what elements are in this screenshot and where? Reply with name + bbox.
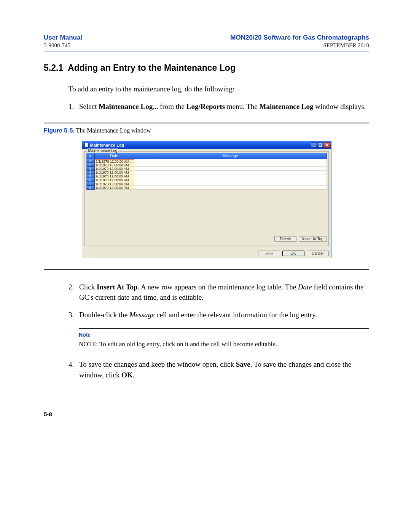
svg-rect-1: [319, 144, 322, 146]
row-index-cell: 1: [86, 159, 95, 163]
maintenance-log-groupbox: Maintenance Log Date Message 11/1/1970 1…: [84, 151, 329, 246]
row-index-cell: 5: [86, 174, 95, 178]
grid-header-date[interactable]: Date: [95, 153, 134, 159]
step-3-text-c: cell and enter the relevant information …: [155, 311, 317, 319]
row-date-cell[interactable]: 1/1/1970 12:00:00 AM: [95, 159, 134, 163]
groupbox-legend: Maintenance Log: [87, 149, 119, 153]
step-3-italic-b: Message: [129, 311, 155, 319]
table-row[interactable]: 81/1/1970 12:00:00 AM: [86, 186, 327, 190]
cancel-button[interactable]: Cancel: [307, 251, 329, 256]
section-number: 5.2.1: [44, 63, 63, 73]
table-row[interactable]: 31/1/1970 12:00:00 AM: [86, 167, 327, 171]
row-message-cell[interactable]: [134, 159, 327, 163]
header-left-sub: 3-9000-745: [44, 42, 82, 50]
step-4: 4. To save the changes and keep the wind…: [68, 359, 369, 380]
app-icon: [84, 143, 89, 147]
row-date-cell[interactable]: 1/1/1970 12:00:00 AM: [95, 171, 134, 174]
svg-marker-4: [89, 155, 91, 157]
step-2: 2. Click Insert At Top. A new row appear…: [68, 282, 369, 303]
step-4-number: 4.: [68, 359, 79, 380]
table-row[interactable]: 41/1/1970 12:00:00 AM: [86, 171, 327, 174]
step-1: 1. Select Maintenance Log... from the Lo…: [68, 101, 369, 112]
figure-caption: Figure 5-5. The Maintenance Log window: [44, 127, 369, 134]
page-header: User Manual 3-9000-745 MON20/20 Software…: [44, 34, 369, 50]
figure-bottom-rule: [44, 269, 369, 270]
step-3-text-a: Double-click the: [79, 311, 129, 319]
close-button[interactable]: [324, 142, 330, 148]
header-rule: [44, 51, 369, 51]
table-row[interactable]: 51/1/1970 12:00:00 AM: [86, 174, 327, 178]
figure-top-rule: [44, 123, 369, 123]
figure-number: Figure 5-5.: [44, 127, 75, 134]
step-1-bold-d: Log/Reports: [186, 102, 225, 110]
step-4-bold-d: OK: [121, 371, 133, 379]
row-date-cell[interactable]: 1/1/1970 12:00:00 AM: [95, 186, 134, 190]
row-index-cell: 8: [86, 186, 95, 190]
step-3: 3. Double-click the Message cell and ent…: [68, 310, 369, 320]
step-4-text-e: .: [133, 371, 135, 379]
row-index-cell: 4: [86, 171, 95, 174]
step-1-number: 1.: [68, 101, 79, 112]
row-date-cell[interactable]: 1/1/1970 12:00:00 AM: [95, 167, 134, 171]
step-1-text-g: window displays.: [314, 102, 366, 110]
row-message-cell[interactable]: [134, 174, 327, 178]
table-row[interactable]: 61/1/1970 12:00:00 AM: [86, 178, 327, 182]
step-4-text-a: To save the changes and keep the window …: [79, 360, 236, 368]
table-row[interactable]: 71/1/1970 12:00:00 AM: [86, 182, 327, 186]
table-row[interactable]: 21/1/1970 12:00:00 AM: [86, 163, 327, 167]
step-2-italic-d: Date: [298, 283, 312, 291]
delete-button[interactable]: Delete: [274, 236, 296, 242]
step-2-bold-b: Insert At Top: [97, 283, 138, 291]
section-heading: 5.2.1 Adding an Entry to the Maintenance…: [44, 63, 369, 73]
row-message-cell[interactable]: [134, 171, 327, 174]
note-label: Note: [79, 331, 369, 339]
grid-header-index[interactable]: [86, 153, 95, 159]
row-index-cell: 7: [86, 182, 95, 186]
step-1-text-e: menu. The: [225, 102, 259, 110]
row-date-cell[interactable]: 1/1/1970 12:00:00 AM: [95, 174, 134, 178]
header-right-sub: SEPTEMBER 2010: [230, 42, 369, 50]
footer-rule: [44, 407, 369, 407]
window-titlebar[interactable]: Maintenance Log: [82, 141, 331, 149]
row-message-cell[interactable]: [134, 163, 327, 167]
row-message-cell[interactable]: [134, 178, 327, 182]
step-1-bold-f: Maintenance Log: [260, 102, 314, 110]
note-text: NOTE: To edit an old log entry, click on…: [79, 340, 277, 348]
maintenance-log-window: Maintenance Log Maintenance Log Date Mes…: [82, 141, 331, 258]
step-1-text-a: Select: [79, 102, 99, 110]
grid-header-row: Date Message: [86, 153, 327, 159]
header-right-title: MON20/20 Software for Gas Chromatographs: [230, 34, 369, 42]
minimize-button[interactable]: [311, 142, 317, 148]
step-2-text-a: Click: [79, 283, 97, 291]
row-date-cell[interactable]: 1/1/1970 12:00:00 AM: [95, 163, 134, 167]
section-title: Adding an Entry to the Maintenance Log: [68, 63, 236, 73]
step-2-number: 2.: [68, 282, 79, 303]
step-1-text-c: from the: [158, 102, 186, 110]
step-4-bold-b: Save: [236, 360, 250, 368]
row-message-cell[interactable]: [134, 186, 327, 190]
note-block: Note NOTE: To edit an old log entry, cli…: [79, 328, 369, 352]
intro-text: To add an entry to the maintenance log, …: [68, 84, 369, 94]
step-2-text-c: . A new row appears on the maintenance l…: [138, 283, 298, 291]
grid-header-message[interactable]: Message: [134, 153, 327, 159]
insert-at-top-button[interactable]: Insert At Top: [299, 236, 327, 242]
row-index-cell: 3: [86, 167, 95, 171]
sort-icon: [88, 154, 92, 157]
log-grid[interactable]: Date Message 11/1/1970 12:00:00 AM21/1/1…: [86, 153, 327, 234]
row-message-cell[interactable]: [134, 167, 327, 171]
table-row[interactable]: 11/1/1970 12:00:00 AM: [86, 159, 327, 163]
step-1-bold-b: Maintenance Log...: [99, 102, 158, 110]
row-index-cell: 2: [86, 163, 95, 167]
step-3-number: 3.: [68, 310, 79, 320]
window-title: Maintenance Log: [90, 143, 124, 147]
row-index-cell: 6: [86, 178, 95, 182]
maximize-button[interactable]: [317, 142, 323, 148]
row-message-cell[interactable]: [134, 182, 327, 186]
row-date-cell[interactable]: 1/1/1970 12:00:00 AM: [95, 182, 134, 186]
row-date-cell[interactable]: 1/1/1970 12:00:00 AM: [95, 178, 134, 182]
ok-button[interactable]: OK: [282, 251, 304, 256]
header-left-title: User Manual: [44, 34, 82, 42]
page-number: 5-8: [44, 411, 369, 417]
save-button[interactable]: Save: [258, 251, 280, 256]
figure-caption-text: The Maintenance Log window: [75, 127, 151, 134]
